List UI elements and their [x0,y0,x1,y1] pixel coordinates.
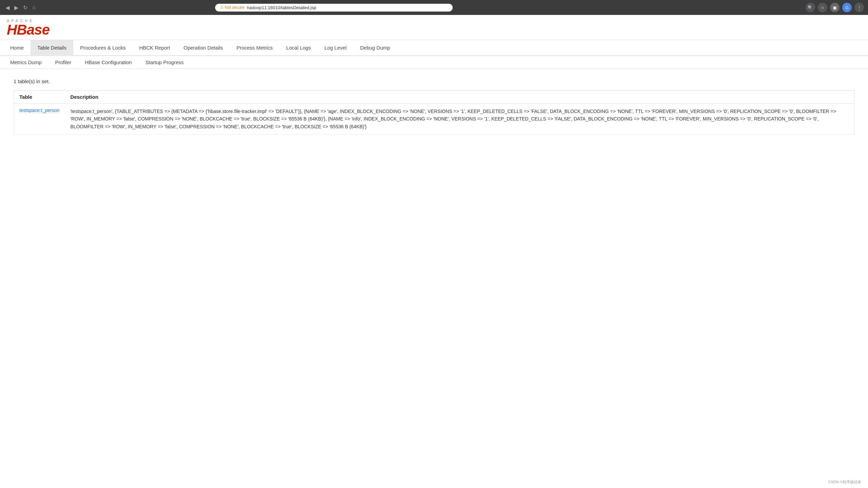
hbase-page: APACHE HBase Home Table Details Procedur… [0,15,868,144]
bookmark-icon[interactable]: ☆ [818,3,827,12]
not-secure-label: Not secure [225,5,244,10]
table-header-row: Table Description [14,91,854,104]
home-button[interactable]: ⌂ [31,3,37,12]
profile-icon[interactable]: G [842,3,852,12]
nav-metrics-dump[interactable]: Metrics Dump [3,56,49,69]
description-cell: 'testspace:t_person', {TABLE_ATTRIBUTES … [65,104,854,135]
table-link[interactable]: testspace:t_person [19,108,59,113]
address-bar[interactable]: ⚠ Not secure hadoop11:16010/tablesDetail… [215,4,453,12]
warning-icon: ⚠ [220,5,224,10]
table-body: testspace:t_person 'testspace:t_person',… [14,104,854,135]
primary-nav: Home Table Details Procedures & Locks HB… [0,40,868,56]
tables-table: Table Description testspace:t_person 'te… [14,90,854,135]
forward-button[interactable]: ▶ [13,3,20,12]
back-button[interactable]: ◀ [4,3,11,12]
nav-startup-progress[interactable]: Startup Progress [138,56,190,69]
nav-home[interactable]: Home [3,40,31,56]
not-secure-indicator: ⚠ Not secure [220,5,244,10]
col-table: Table [14,91,65,104]
nav-hbase-configuration[interactable]: HBase Configuration [78,56,138,69]
nav-table-details[interactable]: Table Details [31,40,73,56]
browser-chrome: ◀ ▶ ↻ ⌂ ⚠ Not secure hadoop11:16010/tabl… [0,0,868,15]
table-header: Table Description [14,91,854,104]
nav-profiler[interactable]: Profiler [49,56,78,69]
nav-local-logs[interactable]: Local Logs [280,40,318,56]
menu-icon[interactable]: ⋮ [854,3,864,12]
browser-nav-buttons: ◀ ▶ ↻ ⌂ [4,3,37,12]
table-count: 1 table(s) in set. [14,78,854,84]
extensions-icon[interactable]: ▣ [830,3,839,12]
browser-actions: 🔍 ☆ ▣ G ⋮ [806,3,864,12]
search-icon[interactable]: 🔍 [806,3,815,12]
main-content: 1 table(s) in set. Table Description tes… [0,69,868,144]
logo-hbase-text: HBase [7,23,861,37]
url-text: hadoop11:16010/tablesDetailed.jsp [247,5,316,10]
logo-apache-text: APACHE [7,19,861,23]
table-link-cell: testspace:t_person [14,104,65,135]
hbase-logo: APACHE HBase [7,19,861,37]
nav-process-metrics[interactable]: Process Metrics [230,40,280,56]
table-row: testspace:t_person 'testspace:t_person',… [14,104,854,135]
secondary-nav: Metrics Dump Profiler HBase Configuratio… [0,56,868,69]
col-description: Description [65,91,854,104]
refresh-button[interactable]: ↻ [22,3,29,12]
nav-hbck-report[interactable]: HBCK Report [132,40,177,56]
logo-area: APACHE HBase [0,15,868,40]
nav-log-level[interactable]: Log Level [318,40,353,56]
nav-procedures-locks[interactable]: Procedures & Locks [73,40,132,56]
nav-debug-dump[interactable]: Debug Dump [353,40,397,56]
nav-operation-details[interactable]: Operation Details [177,40,230,56]
